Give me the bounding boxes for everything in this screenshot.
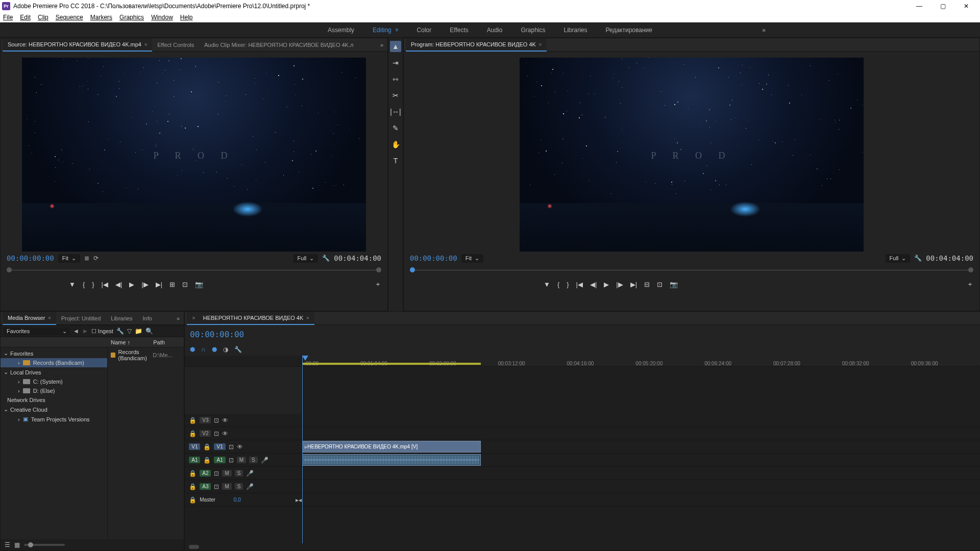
mic-icon[interactable]: 🎤 [261,457,268,464]
tab-media-browser[interactable]: Media Browser≡ [3,312,56,325]
wrench-icon[interactable]: 🔧 [322,255,330,262]
tree-local-drives[interactable]: ⌄Local Drives [1,367,107,377]
tab-info[interactable]: Info [137,312,157,325]
goto-out-button[interactable]: ▶| [630,281,637,288]
workspace-color[interactable]: Color [408,22,441,38]
workspace-effects[interactable]: Effects [440,22,477,38]
tabs-overflow-icon[interactable]: » [177,315,184,321]
mark-in-button[interactable]: ▼ [544,281,550,288]
track-row-master[interactable] [302,493,980,507]
tab-project[interactable]: Project: Untitled [56,312,106,325]
track-row-a3[interactable] [302,480,980,493]
back-icon[interactable]: ◄ [73,328,79,335]
minimize-button[interactable]: — [908,0,931,12]
program-monitor[interactable]: P R O D 00:00:00:00 Fit⌄ Full⌄ 🔧 00:04:0… [404,52,979,311]
wrench-icon[interactable]: 🔧 [116,328,124,335]
tree-drive-c[interactable]: ›C: (System) [1,377,107,386]
sync-lock-icon[interactable]: ⊡ [229,443,234,450]
marker-add-icon[interactable]: ⬣ [212,346,217,353]
workspace-assembly[interactable]: Assembly [318,22,363,38]
filter-icon[interactable]: ▽ [127,328,132,335]
sync-lock-icon[interactable]: ⊡ [214,430,219,437]
mark-out-button2[interactable]: } [92,281,94,288]
goto-in-button[interactable]: |◀ [576,281,583,288]
col-path[interactable]: Path [153,339,184,345]
menu-markers[interactable]: Markers [90,14,112,21]
playhead-icon[interactable] [302,356,308,361]
workspace-graphics[interactable]: Graphics [511,22,554,38]
ripple-edit-tool[interactable]: ⇿ [390,73,401,85]
eye-icon[interactable]: 👁 [237,443,243,450]
list-view-icon[interactable]: ☰ [5,541,10,548]
tree-favorites[interactable]: ⌄Favorites [1,348,107,358]
sync-lock-icon[interactable]: ⊡ [214,417,219,424]
extract-button[interactable]: ⊡ [657,281,663,288]
export-frame-button[interactable]: 📷 [670,281,678,288]
maximize-button[interactable]: ▢ [931,0,954,12]
track-select-tool[interactable]: ⇥ [390,57,401,68]
track-a2[interactable]: A2 [200,470,211,477]
selection-tool[interactable]: ▲ [390,41,401,52]
search-icon[interactable]: 🔍 [145,328,153,335]
track-row-a2[interactable] [302,467,980,480]
solo-button[interactable]: S [249,457,258,463]
folder-tree[interactable]: ⌄Favorites ›Records (Bandicam) ⌄Local Dr… [1,347,108,539]
program-preview[interactable]: P R O D [520,58,864,252]
track-row-a1[interactable] [302,454,980,467]
tree-favorite-item[interactable]: ›Records (Bandicam) [1,358,107,367]
mute-button[interactable]: M [237,457,246,463]
tab-program[interactable]: Program: НЕВЕРОЯТНО КРАСИВОЕ ВИДЕО 4K≡ [406,38,547,52]
tree-team-projects[interactable]: ›▣Team Projects Versions [1,414,107,424]
track-headers[interactable]: 🔒V3⊡👁 🔒V2⊡👁 V1🔒V1⊡👁 A1🔒A1⊡MS🎤 🔒A2⊡MS🎤 🔒A… [185,356,302,543]
mic-icon[interactable]: 🎤 [246,470,254,477]
tab-effect-controls[interactable]: Effect Controls [152,38,199,52]
workspace-libraries[interactable]: Libraries [555,22,597,38]
tabs-overflow-icon[interactable]: » [380,42,387,48]
tab-sequence[interactable]: × НЕВЕРОЯТНО КРАСИВОЕ ВИДЕО 4K≡ [187,312,314,325]
track-a1[interactable]: A1 [214,457,225,463]
source-preview[interactable]: P R O D [22,58,366,252]
sync-lock-icon[interactable]: ⊡ [214,470,219,477]
mark-in-button[interactable]: ▼ [69,281,76,288]
snap-icon[interactable]: ⬢ [190,346,195,353]
master-level[interactable]: 0,0 [234,497,241,503]
step-back-button[interactable]: ◀| [590,281,597,288]
ingest-checkbox[interactable]: ☐ Ingest [91,328,113,335]
track-a3[interactable]: A3 [200,483,211,490]
zoom-slider[interactable] [24,544,65,546]
play-button[interactable]: ▶ [604,281,609,288]
source-quality-dropdown[interactable]: Full⌄ [293,254,318,263]
add-button-icon[interactable]: ＋ [967,280,973,289]
lock-icon[interactable]: 🔒 [189,430,197,437]
src-v1[interactable]: V1 [189,443,200,450]
menu-window[interactable]: Window [151,14,173,21]
lock-icon[interactable]: 🔒 [189,417,197,424]
col-name[interactable]: Name ↑ [108,339,153,345]
thumb-view-icon[interactable]: ▦ [14,541,20,548]
timeline-track-area[interactable]: :00:0000:01:04:0000:02:08:0000:03:12:000… [302,356,980,543]
timeline-timecode[interactable]: 00:00:00:00 [190,330,244,339]
list-item[interactable]: Records (Bandicam) D:\Me... [108,347,184,363]
sync-lock-icon[interactable]: ⊡ [214,483,219,490]
mark-out-button2[interactable]: } [567,281,569,288]
step-back-button[interactable]: ◀| [115,281,122,288]
workspace-editing-ru[interactable]: Редактирование [597,22,662,38]
track-row-v3[interactable] [302,414,980,427]
video-clip[interactable]: ▹ НЕВЕРОЯТНО КРАСИВОЕ ВИДЕО 4K.mp4 [V] [302,441,481,453]
mark-out-button[interactable]: { [557,281,559,288]
work-area-bar[interactable] [302,363,481,365]
step-fwd-button[interactable]: |▶ [616,281,623,288]
step-fwd-button[interactable]: |▶ [141,281,148,288]
menu-graphics[interactable]: Graphics [119,14,144,21]
track-v3[interactable]: V3 [200,417,211,423]
wrench-icon[interactable]: 🔧 [234,346,242,353]
mark-out-button[interactable]: { [83,281,85,288]
workspace-overflow[interactable]: » [762,27,766,34]
menu-sequence[interactable]: Sequence [56,14,83,21]
solo-button[interactable]: S [235,470,243,477]
razor-tool[interactable]: ✂ [390,90,401,101]
type-tool[interactable]: T [390,155,401,166]
timeline-ruler[interactable]: :00:0000:01:04:0000:02:08:0000:03:12:000… [302,356,980,367]
menu-file[interactable]: File [3,14,13,21]
source-monitor[interactable]: P R O D 00:00:00:00 Fit⌄ ≣ ⟳ Full⌄ 🔧 00:… [1,52,387,311]
